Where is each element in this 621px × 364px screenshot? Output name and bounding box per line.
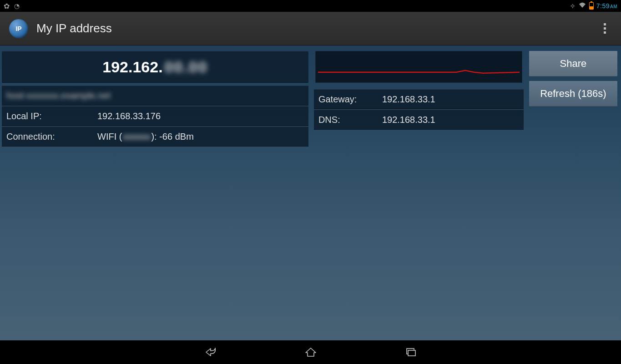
app-icon: IP [9, 19, 28, 38]
dns-label: DNS: [318, 115, 382, 125]
connection-label: Connection: [6, 131, 97, 142]
refresh-button[interactable]: Refresh (186s) [529, 81, 617, 106]
action-bar: IP My IP address [0, 12, 621, 46]
connection-value: WIFI (xxxxxx): -66 dBm [97, 131, 194, 142]
clock-time: 7:59 [596, 2, 610, 10]
share-button-label: Share [560, 58, 587, 70]
local-ip-row: Local IP: 192.168.33.176 [2, 106, 308, 126]
dot-icon [604, 31, 606, 34]
battery-icon [589, 2, 594, 10]
connection-prefix: WIFI ( [97, 131, 122, 142]
refresh-button-label: Refresh (186s) [540, 88, 606, 100]
share-button[interactable]: Share [529, 51, 617, 76]
middle-column: Gateway: 192.168.33.1 DNS: 192.168.33.1 [314, 51, 524, 130]
local-ip-value: 192.168.33.176 [97, 111, 161, 121]
hostname-value: host-xxxxxxx.example.net [6, 91, 111, 101]
local-ip-label: Local IP: [6, 111, 97, 121]
dot-icon [604, 27, 606, 30]
android-debug-icon: ◔ [14, 2, 20, 10]
svg-rect-1 [408, 350, 415, 356]
gateway-value: 192.168.33.1 [382, 94, 435, 105]
navigation-bar [0, 340, 621, 364]
connection-suffix: ): -66 dBm [151, 131, 193, 142]
status-clock: 7:59AM [596, 2, 617, 10]
app-icon-text: IP [15, 25, 21, 32]
main-content: 192.162.00.00 host-xxxxxxx.example.net L… [0, 46, 621, 340]
connection-ssid-masked: xxxxxx [122, 131, 151, 142]
public-ip-panel[interactable]: 192.162.00.00 [2, 51, 308, 83]
clock-ampm: AM [610, 4, 617, 9]
public-ip-prefix: 192.162. [102, 58, 162, 76]
gateway-label: Gateway: [318, 94, 382, 105]
vibrate-icon: ✧ [570, 2, 576, 10]
dot-icon [604, 23, 606, 25]
back-button[interactable] [202, 343, 220, 361]
dns-value: 192.168.33.1 [382, 115, 435, 125]
status-bar: ✿ ◔ ✧ 7:59AM [0, 0, 621, 12]
overflow-menu-button[interactable] [596, 20, 614, 38]
gateway-row: Gateway: 192.168.33.1 [314, 89, 524, 109]
recent-apps-button[interactable] [402, 343, 420, 361]
right-column: Share Refresh (186s) [529, 51, 617, 106]
left-column: 192.162.00.00 host-xxxxxxx.example.net L… [2, 51, 308, 147]
gear-icon: ✿ [4, 2, 10, 10]
dns-row: DNS: 192.168.33.1 [314, 110, 524, 130]
public-ip-masked: 00.00 [165, 58, 208, 76]
app-title: My IP address [36, 21, 112, 35]
home-button[interactable] [302, 343, 320, 361]
hostname-row: host-xxxxxxx.example.net [2, 86, 308, 106]
wifi-icon [578, 2, 586, 10]
signal-graph [315, 51, 522, 83]
connection-row: Connection: WIFI (xxxxxx): -66 dBm [2, 126, 308, 147]
